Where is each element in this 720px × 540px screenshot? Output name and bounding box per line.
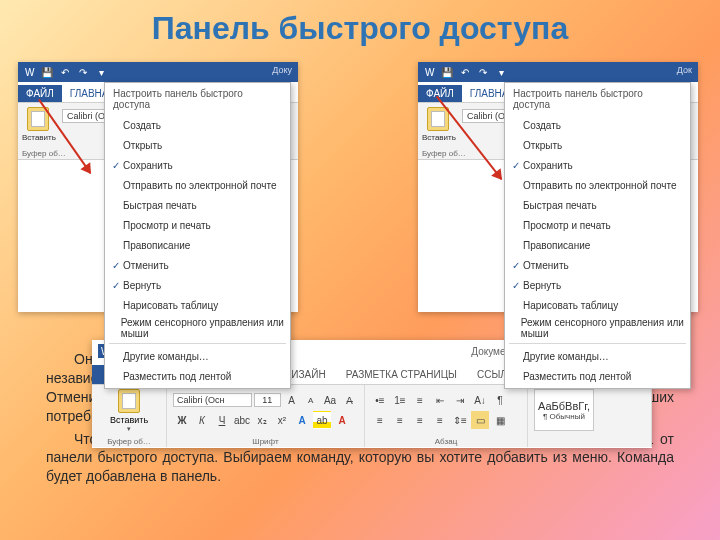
group-label: Шрифт (167, 437, 364, 446)
paste-button[interactable]: Вставить ▾ (98, 389, 160, 433)
paste-label: Вставить (422, 133, 454, 142)
justify-icon[interactable]: ≡ (431, 411, 449, 429)
svg-text:W: W (25, 67, 35, 78)
ribbon-content: Вставить ▾ Буфер об… Calibri (Осн 11 A A… (92, 385, 652, 447)
menu-item-morecommands[interactable]: Другие команды… (505, 346, 690, 366)
menu-item-label: Открыть (123, 140, 162, 151)
menu-item-save[interactable]: ✓Сохранить (105, 155, 290, 175)
superscript-button[interactable]: x² (273, 411, 291, 429)
highlight-color-icon[interactable]: ab (313, 411, 331, 429)
subscript-button[interactable]: x₂ (253, 411, 271, 429)
menu-item-undo[interactable]: ✓Отменить (505, 255, 690, 275)
align-right-icon[interactable]: ≡ (411, 411, 429, 429)
group-label: Абзац (365, 437, 527, 446)
redo-icon[interactable]: ↷ (476, 65, 490, 79)
grow-font-icon[interactable]: A (283, 391, 300, 409)
paste-label: Вставить (22, 133, 54, 142)
menu-item-label: Просмотр и печать (123, 220, 211, 231)
svg-text:W: W (425, 67, 435, 78)
save-icon[interactable]: 💾 (440, 65, 454, 79)
menu-item-redo[interactable]: ✓Вернуть (505, 275, 690, 295)
font-color-icon[interactable]: A (333, 411, 351, 429)
menu-item-label: Сохранить (523, 160, 573, 171)
word-window-right: W 💾 ↶ ↷ ▾ Док ФАЙЛ ГЛАВНАЯ Вставить Cali… (418, 62, 698, 312)
menu-item-label: Отправить по электронной почте (523, 180, 677, 191)
menu-item-undo[interactable]: ✓Отменить (105, 255, 290, 275)
shrink-font-icon[interactable]: A (302, 391, 319, 409)
underline-button[interactable]: Ч (213, 411, 231, 429)
menu-item-label: Режим сенсорного управления или мыши (121, 317, 284, 339)
menu-item-open[interactable]: Открыть (505, 135, 690, 155)
align-center-icon[interactable]: ≡ (391, 411, 409, 429)
italic-button[interactable]: К (193, 411, 211, 429)
menu-item-showbelow[interactable]: Разместить под лентой (505, 366, 690, 386)
style-normal[interactable]: АаБбВвГг, ¶ Обычный (534, 389, 594, 431)
menu-separator (509, 343, 686, 344)
menu-item-label: Отменить (523, 260, 569, 271)
tab-page-layout[interactable]: РАЗМЕТКА СТРАНИЦЫ (336, 365, 467, 384)
customize-qat-menu: Настроить панель быстрого доступа Создат… (104, 82, 291, 389)
menu-item-drawtable[interactable]: Нарисовать таблицу (505, 295, 690, 315)
menu-item-quickprint[interactable]: Быстрая печать (505, 195, 690, 215)
menu-item-label: Другие команды… (523, 351, 609, 362)
menu-item-spelling[interactable]: Правописание (505, 235, 690, 255)
menu-item-label: Отменить (123, 260, 169, 271)
style-name: ¶ Обычный (543, 412, 585, 421)
menu-item-label: Быстрая печать (523, 200, 597, 211)
change-case-icon[interactable]: Aa (321, 391, 338, 409)
group-label: Буфер об… (92, 437, 166, 446)
menu-item-touchmode[interactable]: Режим сенсорного управления или мыши (105, 315, 290, 341)
borders-icon[interactable]: ▦ (491, 411, 509, 429)
menu-item-printpreview[interactable]: Просмотр и печать (105, 215, 290, 235)
group-clipboard-label: Буфер об… (22, 149, 66, 158)
group-clipboard-label: Буфер об… (422, 149, 466, 158)
increase-indent-icon[interactable]: ⇥ (451, 391, 469, 409)
shading-icon[interactable]: ▭ (471, 411, 489, 429)
text-effects-icon[interactable]: A (293, 411, 311, 429)
menu-item-label: Режим сенсорного управления или мыши (521, 317, 684, 339)
menu-item-label: Нарисовать таблицу (523, 300, 618, 311)
redo-icon[interactable]: ↷ (76, 65, 90, 79)
menu-item-label: Нарисовать таблицу (123, 300, 218, 311)
undo-icon[interactable]: ↶ (58, 65, 72, 79)
strikethrough-button[interactable]: abc (233, 411, 251, 429)
clear-formatting-icon[interactable]: A̶ (341, 391, 358, 409)
bold-button[interactable]: Ж (173, 411, 191, 429)
menu-item-save[interactable]: ✓Сохранить (505, 155, 690, 175)
customize-qat-dropdown-icon[interactable]: ▾ (94, 65, 108, 79)
menu-item-email[interactable]: Отправить по электронной почте (105, 175, 290, 195)
word-window-left: W 💾 ↶ ↷ ▾ Доку ФАЙЛ ГЛАВНАЯ Вставить Cal… (18, 62, 298, 312)
bullets-icon[interactable]: •≡ (371, 391, 389, 409)
menu-item-printpreview[interactable]: Просмотр и печать (505, 215, 690, 235)
font-name-combo[interactable]: Calibri (Осн (173, 393, 252, 407)
sort-icon[interactable]: A↓ (471, 391, 489, 409)
menu-item-new[interactable]: Создать (505, 115, 690, 135)
line-spacing-icon[interactable]: ⇕≡ (451, 411, 469, 429)
menu-item-new[interactable]: Создать (105, 115, 290, 135)
save-icon[interactable]: 💾 (40, 65, 54, 79)
customize-qat-dropdown-icon[interactable]: ▾ (494, 65, 508, 79)
doc-title-hint: Док (677, 65, 692, 75)
menu-item-redo[interactable]: ✓Вернуть (105, 275, 290, 295)
decrease-indent-icon[interactable]: ⇤ (431, 391, 449, 409)
undo-icon[interactable]: ↶ (458, 65, 472, 79)
menu-item-touchmode[interactable]: Режим сенсорного управления или мыши (505, 315, 690, 341)
menu-item-spelling[interactable]: Правописание (105, 235, 290, 255)
menu-item-label: Вернуть (523, 280, 561, 291)
font-size-combo[interactable]: 11 (254, 393, 281, 407)
numbering-icon[interactable]: 1≡ (391, 391, 409, 409)
clipboard-icon (118, 389, 140, 413)
menu-item-morecommands[interactable]: Другие команды… (105, 346, 290, 366)
doc-title-hint: Доку (272, 65, 292, 75)
menu-item-quickprint[interactable]: Быстрая печать (105, 195, 290, 215)
chevron-down-icon: ▾ (98, 425, 160, 433)
menu-item-email[interactable]: Отправить по электронной почте (505, 175, 690, 195)
menu-item-open[interactable]: Открыть (105, 135, 290, 155)
multilevel-list-icon[interactable]: ≡ (411, 391, 429, 409)
show-marks-icon[interactable]: ¶ (491, 391, 509, 409)
menu-item-drawtable[interactable]: Нарисовать таблицу (105, 295, 290, 315)
menu-item-showbelow[interactable]: Разместить под лентой (105, 366, 290, 386)
menu-item-label: Создать (523, 120, 561, 131)
group-styles: АаБбВвГг, ¶ Обычный (528, 385, 652, 447)
align-left-icon[interactable]: ≡ (371, 411, 389, 429)
